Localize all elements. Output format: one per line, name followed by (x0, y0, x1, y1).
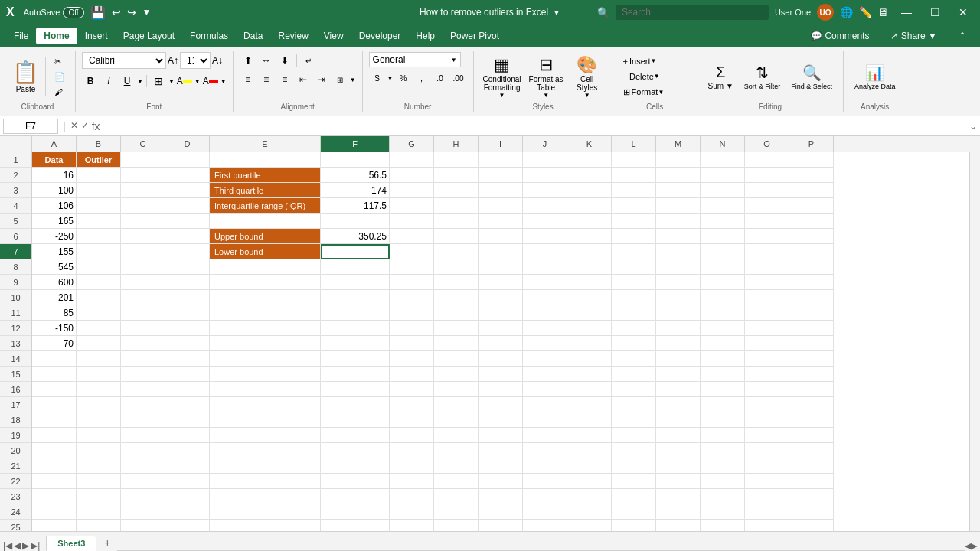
cell-G2[interactable] (390, 168, 434, 183)
cell-K16[interactable] (567, 382, 612, 397)
col-header-I[interactable]: I (479, 136, 523, 152)
cell-G19[interactable] (390, 428, 434, 443)
cell-P19[interactable] (789, 428, 834, 443)
cell-H3[interactable] (434, 183, 479, 198)
menu-developer[interactable]: Developer (351, 28, 409, 44)
cell-O1[interactable] (745, 152, 789, 168)
cell-E18[interactable] (210, 412, 321, 428)
find-select-button[interactable]: 🔍 Find & Select (786, 60, 837, 93)
cell-O7[interactable] (745, 244, 789, 259)
cell-O25[interactable] (745, 520, 789, 531)
format-cells-button[interactable]: ⊞ Format ▼ (619, 85, 668, 99)
cell-J7[interactable] (523, 244, 567, 259)
cell-N12[interactable] (701, 321, 745, 336)
cell-C25[interactable] (121, 520, 165, 531)
cell-P13[interactable] (789, 336, 834, 351)
cell-C20[interactable] (121, 443, 165, 458)
cell-B15[interactable] (77, 367, 121, 382)
cell-K22[interactable] (567, 474, 612, 489)
cell-I23[interactable] (479, 489, 523, 504)
cell-I16[interactable] (479, 382, 523, 397)
cell-J13[interactable] (523, 336, 567, 351)
cell-E12[interactable] (210, 321, 321, 336)
cell-I14[interactable] (479, 351, 523, 367)
cell-B24[interactable] (77, 504, 121, 520)
cell-J18[interactable] (523, 412, 567, 428)
cell-I2[interactable] (479, 168, 523, 183)
cell-F11[interactable] (321, 305, 390, 321)
cell-M7[interactable] (656, 244, 701, 259)
row-num-3[interactable]: 3 (0, 183, 31, 198)
font-size-select[interactable]: 11 (180, 52, 211, 69)
cell-I19[interactable] (479, 428, 523, 443)
save-icon[interactable]: 💾 (90, 5, 106, 20)
add-sheet-button[interactable]: + (98, 534, 116, 551)
cell-G16[interactable] (390, 382, 434, 397)
cell-H15[interactable] (434, 367, 479, 382)
cell-D7[interactable] (165, 244, 210, 259)
col-header-O[interactable]: O (745, 136, 789, 152)
cell-M1[interactable] (656, 152, 701, 168)
cell-A6[interactable]: -250 (32, 229, 77, 244)
cell-K18[interactable] (567, 412, 612, 428)
cell-A15[interactable] (32, 367, 77, 382)
cell-E3[interactable]: Third quartile (210, 183, 321, 198)
format-table-dropdown-icon[interactable]: ▼ (543, 92, 549, 99)
number-format-box[interactable]: General ▼ (369, 52, 461, 67)
cell-N2[interactable] (701, 168, 745, 183)
cell-K8[interactable] (567, 259, 612, 275)
row-num-10[interactable]: 10 (0, 290, 31, 305)
cell-G8[interactable] (390, 259, 434, 275)
cell-D24[interactable] (165, 504, 210, 520)
row-num-5[interactable]: 5 (0, 214, 31, 229)
cell-D20[interactable] (165, 443, 210, 458)
cell-A7[interactable]: 155 (32, 244, 77, 259)
cell-I1[interactable] (479, 152, 523, 168)
conditional-formatting-button[interactable]: ▦ ConditionalFormatting ▼ (480, 54, 524, 100)
cell-P25[interactable] (789, 520, 834, 531)
cell-F14[interactable] (321, 351, 390, 367)
cell-M13[interactable] (656, 336, 701, 351)
share-button[interactable]: ↗ Share ▼ (883, 28, 945, 44)
cell-E21[interactable] (210, 458, 321, 474)
cell-F3[interactable]: 174 (321, 183, 390, 198)
cell-P8[interactable] (789, 259, 834, 275)
cell-N22[interactable] (701, 474, 745, 489)
analyze-data-button[interactable]: 📊 Analyze Data (850, 60, 900, 93)
row-num-18[interactable]: 18 (0, 412, 31, 428)
globe-icon[interactable]: 🌐 (840, 6, 853, 18)
font-size-increase-icon[interactable]: A↑ (168, 55, 178, 66)
delete-dropdown-icon[interactable]: ▼ (654, 73, 660, 80)
cell-B22[interactable] (77, 474, 121, 489)
cell-D9[interactable] (165, 275, 210, 290)
cell-M20[interactable] (656, 443, 701, 458)
cell-C3[interactable] (121, 183, 165, 198)
cell-H24[interactable] (434, 504, 479, 520)
cell-L24[interactable] (612, 504, 656, 520)
cell-D18[interactable] (165, 412, 210, 428)
cell-E16[interactable] (210, 382, 321, 397)
cell-B20[interactable] (77, 443, 121, 458)
cell-P21[interactable] (789, 458, 834, 474)
cell-F5[interactable] (321, 214, 390, 229)
font-name-select[interactable]: Calibri (82, 52, 166, 69)
cell-O16[interactable] (745, 382, 789, 397)
cell-P17[interactable] (789, 397, 834, 412)
cell-B3[interactable] (77, 183, 121, 198)
cell-B14[interactable] (77, 351, 121, 367)
cell-K10[interactable] (567, 290, 612, 305)
sheet-nav-last-icon[interactable]: ▶| (31, 540, 40, 551)
cell-F1[interactable] (321, 152, 390, 168)
cell-M17[interactable] (656, 397, 701, 412)
cell-G11[interactable] (390, 305, 434, 321)
cell-P24[interactable] (789, 504, 834, 520)
row-num-11[interactable]: 11 (0, 305, 31, 321)
cell-J21[interactable] (523, 458, 567, 474)
insert-cells-button[interactable]: + Insert ▼ (619, 54, 668, 68)
cell-H13[interactable] (434, 336, 479, 351)
cell-M16[interactable] (656, 382, 701, 397)
cell-B7[interactable] (77, 244, 121, 259)
cell-F2[interactable]: 56.5 (321, 168, 390, 183)
cell-F13[interactable] (321, 336, 390, 351)
sort-filter-button[interactable]: ⇅ Sort & Filter (740, 60, 786, 93)
